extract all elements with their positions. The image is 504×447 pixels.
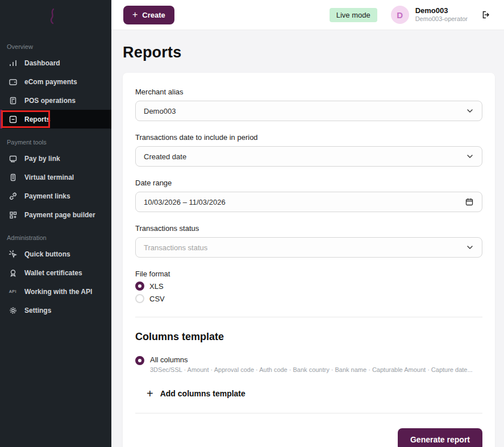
dashboard-icon	[8, 58, 18, 68]
radio-selected-icon	[135, 282, 144, 291]
content-area: Reports Merchant alias Demo003 Transacti…	[111, 30, 504, 447]
sidebar-item-label: Settings	[24, 307, 51, 314]
logout-button[interactable]	[480, 10, 490, 20]
transactions-date-select[interactable]: Created date	[135, 146, 482, 167]
field-date-range: Date range 10/03/2026 – 11/03/2026	[135, 179, 482, 212]
chevron-down-icon	[466, 243, 474, 251]
sidebar-item-label: Working with the API	[24, 288, 92, 296]
field-transactions-date: Transactions date to include in period C…	[135, 133, 482, 167]
sidebar-item-reports[interactable]: Reports	[0, 110, 111, 129]
radio-option-label: XLS	[149, 282, 164, 291]
top-bar: + Create Live mode D Demo003 Demo003-ope…	[111, 0, 504, 30]
chevron-down-icon	[466, 152, 474, 160]
sidebar-item-virtual-terminal[interactable]: Virtual terminal	[0, 168, 111, 187]
logout-icon	[480, 10, 490, 20]
live-mode-badge: Live mode	[330, 8, 377, 22]
user-menu[interactable]: D Demo003 Demo003-operator	[391, 6, 468, 24]
sidebar-item-working-with-api[interactable]: API Working with the API	[0, 282, 111, 301]
generate-report-button[interactable]: Generate report	[398, 428, 482, 447]
sidebar-item-pos-operations[interactable]: POS operations	[0, 91, 111, 110]
all-columns-preview: 3DSec/SSL · Amount · Approval code · Aut…	[150, 366, 473, 373]
radio-unselected-icon	[135, 294, 144, 303]
plus-icon: +	[132, 10, 138, 19]
quick-click-icon	[8, 249, 18, 259]
app-logo	[0, 0, 111, 33]
date-range-value: 10/03/2026 – 11/03/2026	[144, 198, 465, 206]
user-name: Demo003	[415, 6, 468, 15]
wallet-icon	[8, 77, 18, 86]
sidebar-item-payment-page-builder[interactable]: Payment page builder	[0, 205, 111, 224]
sidebar-item-label: Pay by link	[24, 155, 60, 163]
sidebar-item-label: Reports	[24, 115, 50, 123]
create-button[interactable]: + Create	[123, 6, 174, 24]
report-document-icon	[8, 114, 18, 124]
columns-template-heading: Columns template	[135, 331, 482, 343]
radio-selected-icon	[135, 356, 144, 365]
sidebar-item-dashboard[interactable]: Dashboard	[0, 53, 111, 72]
sidebar-item-pay-by-link[interactable]: Pay by link	[0, 149, 111, 168]
merchant-alias-select[interactable]: Demo003	[135, 101, 482, 121]
add-columns-template-label: Add columns template	[160, 389, 245, 398]
merchant-alias-label: Merchant alias	[135, 88, 482, 96]
logo-mark-icon	[48, 8, 57, 25]
date-range-input[interactable]: 10/03/2026 – 11/03/2026	[135, 192, 482, 212]
sidebar-section-overview: Overview	[0, 43, 111, 50]
file-format-option-xls[interactable]: XLS	[135, 282, 482, 291]
chain-link-icon	[8, 191, 18, 201]
main-area: + Create Live mode D Demo003 Demo003-ope…	[111, 0, 504, 447]
radio-option-label: CSV	[149, 295, 165, 303]
sidebar-item-label: Payment links	[24, 192, 70, 200]
plus-icon: +	[147, 388, 153, 399]
transactions-status-select[interactable]: Transactions status	[135, 237, 482, 258]
card-link-icon	[8, 154, 18, 163]
sidebar-item-label: Virtual terminal	[24, 173, 74, 181]
calendar-icon	[465, 197, 474, 206]
sidebar-item-label: Quick buttons	[24, 250, 70, 258]
field-transactions-status: Transactions status Transactions status	[135, 224, 482, 258]
sidebar-item-label: Payment page builder	[24, 211, 95, 219]
top-bar-right: Live mode D Demo003 Demo003-operator	[330, 6, 490, 24]
sidebar-item-quick-buttons[interactable]: Quick buttons	[0, 245, 111, 263]
page-title: Reports	[123, 44, 495, 61]
file-format-option-csv[interactable]: CSV	[135, 294, 482, 303]
sidebar-item-label: Dashboard	[24, 59, 60, 67]
date-range-label: Date range	[135, 179, 482, 187]
sidebar-item-label: POS operations	[24, 97, 76, 105]
sidebar-item-label: Wallet certificates	[24, 269, 82, 277]
avatar: D	[391, 6, 409, 24]
transactions-date-label: Transactions date to include in period	[135, 133, 482, 142]
pos-terminal-icon	[8, 96, 18, 105]
field-file-format: File format XLS CSV	[135, 270, 482, 303]
transactions-status-placeholder: Transactions status	[144, 243, 466, 252]
sidebar-item-ecom-payments[interactable]: eCom payments	[0, 72, 111, 91]
sidebar-item-settings[interactable]: Settings	[0, 301, 111, 320]
field-merchant-alias: Merchant alias Demo003	[135, 88, 482, 121]
mobile-terminal-icon	[8, 172, 18, 182]
gear-icon	[8, 305, 18, 315]
file-format-label: File format	[135, 270, 482, 278]
sidebar-section-payment-tools: Payment tools	[0, 139, 111, 146]
create-button-label: Create	[142, 11, 165, 19]
sidebar: Overview Dashboard eCom payments POS ope…	[0, 0, 111, 447]
sidebar-section-administration: Administration	[0, 234, 111, 241]
sidebar-item-payment-links[interactable]: Payment links	[0, 187, 111, 205]
add-columns-template-button[interactable]: + Add columns template	[147, 388, 245, 399]
chevron-down-icon	[466, 107, 474, 115]
page-builder-grid-icon	[8, 210, 18, 220]
form-actions: Generate report	[135, 427, 482, 447]
transactions-date-value: Created date	[144, 152, 466, 161]
all-columns-label: All columns	[150, 355, 473, 364]
api-text-icon: API	[8, 287, 18, 296]
user-role: Demo003-operator	[415, 15, 468, 23]
all-columns-option[interactable]: All columns 3DSec/SSL · Amount · Approva…	[135, 355, 482, 373]
sidebar-item-wallet-certificates[interactable]: Wallet certificates	[0, 263, 111, 282]
report-form-card: Merchant alias Demo003 Transactions date…	[123, 73, 495, 447]
divider	[135, 317, 482, 317]
sidebar-item-label: eCom payments	[24, 78, 77, 86]
transactions-status-label: Transactions status	[135, 224, 482, 233]
certificate-ribbon-icon	[8, 268, 18, 278]
divider	[135, 413, 482, 413]
merchant-alias-value: Demo003	[144, 107, 466, 115]
